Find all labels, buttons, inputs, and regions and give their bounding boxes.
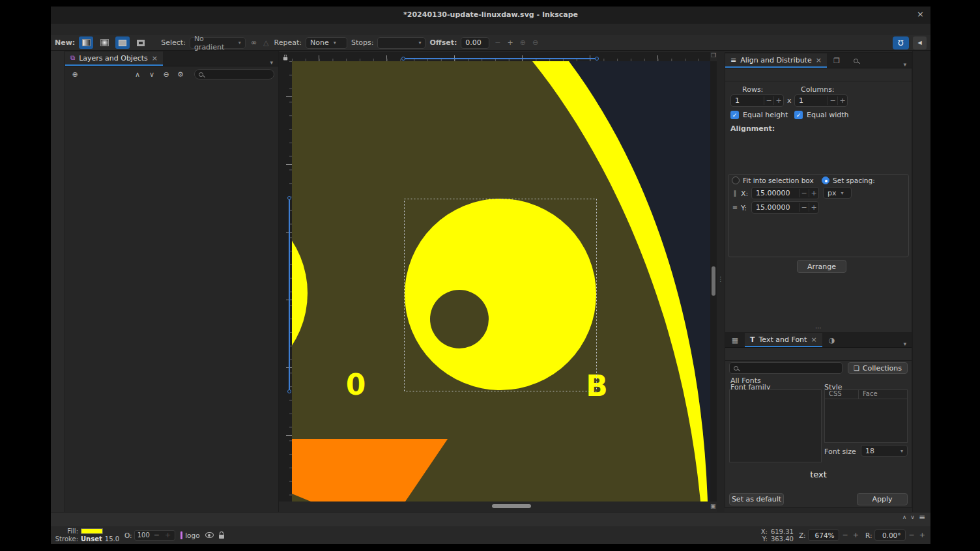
symbols-tab-icon[interactable]: ◑ bbox=[822, 333, 842, 347]
gradient-fill-button[interactable] bbox=[115, 36, 130, 49]
font-search[interactable] bbox=[729, 362, 843, 374]
fill-stroke-indicator[interactable]: Fill: Stroke: Unset 15.0 bbox=[55, 528, 119, 543]
tab-close-icon[interactable]: × bbox=[816, 56, 822, 64]
find-tab-icon[interactable] bbox=[846, 53, 866, 68]
offset-field[interactable]: 0.00 bbox=[461, 37, 489, 49]
tab-text-and-font[interactable]: T Text and Font × bbox=[745, 333, 822, 347]
equal-width-checkbox[interactable]: ✓ Equal width bbox=[794, 111, 849, 119]
layer-visibility-icon[interactable] bbox=[205, 532, 214, 538]
alignment-label: Alignment: bbox=[730, 124, 775, 133]
vertical-scrollbar[interactable] bbox=[710, 61, 717, 502]
palette-menu-icon[interactable]: ≡ bbox=[919, 513, 925, 522]
ruler-corner[interactable] bbox=[279, 52, 292, 61]
set-as-default-button[interactable]: Set as default bbox=[729, 493, 784, 505]
insert-stop-icon[interactable]: ⊕ bbox=[519, 38, 527, 47]
rotation-plus-button[interactable]: + bbox=[918, 531, 927, 539]
tab-layers-and-objects[interactable]: ⧉ Layers and Objects × bbox=[65, 51, 163, 66]
plus-button[interactable]: + bbox=[809, 203, 818, 212]
horizontal-scrollbar[interactable] bbox=[292, 503, 710, 509]
current-layer-indicator[interactable]: logo bbox=[180, 531, 199, 539]
plus-button[interactable]: + bbox=[809, 189, 818, 197]
x-spacing-spinner[interactable]: 15.00000 − + bbox=[751, 187, 819, 199]
tab-align-and-distribute[interactable]: ≡ Align and Distribute × bbox=[725, 53, 827, 68]
panel-splitter[interactable]: ⋯ bbox=[725, 327, 912, 331]
eye-right-shape[interactable] bbox=[405, 199, 596, 390]
link-gradients-icon[interactable]: ∞ bbox=[250, 38, 258, 47]
fit-selection-radio[interactable]: Fit into selection box bbox=[732, 177, 814, 184]
horizontal-ruler[interactable] bbox=[292, 52, 710, 61]
linear-gradient-button[interactable] bbox=[79, 36, 93, 49]
opacity-plus-button[interactable]: + bbox=[164, 531, 172, 539]
equal-height-checkbox[interactable]: ✓ Equal height bbox=[730, 111, 788, 119]
plus-button[interactable]: + bbox=[773, 96, 783, 105]
zoom-field[interactable]: 674% bbox=[808, 530, 839, 541]
fill-color-swatch[interactable] bbox=[81, 528, 103, 534]
font-search-input[interactable] bbox=[742, 365, 838, 372]
dock-splitter[interactable]: ⋮ bbox=[717, 51, 725, 512]
drawing[interactable]: 0 B bbox=[292, 61, 710, 502]
swatches-tab-icon[interactable]: ▦ bbox=[725, 333, 745, 347]
tab-close-icon[interactable]: × bbox=[811, 335, 816, 344]
y-label: Y: bbox=[741, 204, 747, 212]
layers-search-input[interactable] bbox=[207, 71, 270, 78]
unit-dropdown[interactable]: px ▾ bbox=[823, 187, 852, 199]
gradient-select-dropdown[interactable]: No gradient ▾ bbox=[190, 37, 246, 49]
font-size-dropdown[interactable]: 18 ▾ bbox=[861, 445, 908, 457]
eye-right-pupil[interactable] bbox=[430, 290, 489, 348]
minus-button[interactable]: − bbox=[799, 189, 809, 197]
opacity-field[interactable]: 100 − + bbox=[134, 530, 176, 541]
layer-lock-icon[interactable] bbox=[219, 535, 224, 539]
collections-button[interactable]: ❏ Collections bbox=[848, 362, 908, 374]
chevron-down-icon[interactable]: ▾ bbox=[265, 59, 278, 66]
gradient-fill-icon bbox=[119, 40, 126, 46]
horizontal-scrollbar-thumb[interactable] bbox=[492, 504, 531, 508]
value-label-0[interactable]: 0 bbox=[346, 368, 366, 401]
gradient-stroke-button[interactable] bbox=[134, 36, 148, 49]
rotation-minus-button[interactable]: − bbox=[908, 531, 916, 539]
rows-spinner[interactable]: 1 − + bbox=[730, 94, 784, 107]
palette-scroll-up-icon[interactable]: ∧ bbox=[902, 514, 907, 520]
zoom-label: Z: bbox=[799, 531, 806, 539]
x-value: 619.31 bbox=[771, 528, 794, 535]
minus-button[interactable]: − bbox=[799, 203, 809, 212]
plus-button[interactable]: + bbox=[837, 96, 847, 105]
columns-spinner[interactable]: 1 − + bbox=[794, 94, 848, 107]
layers-search[interactable] bbox=[194, 69, 274, 79]
canvas[interactable]: 0 B bbox=[292, 61, 710, 502]
layers-settings-icon[interactable]: ⚙ bbox=[175, 70, 186, 79]
chevron-down-icon[interactable]: ▾ bbox=[898, 341, 912, 347]
y-spacing-spinner[interactable]: 15.00000 − + bbox=[751, 201, 819, 214]
zoom-minus-button[interactable]: − bbox=[841, 531, 850, 539]
add-layer-icon[interactable]: ⊕ bbox=[69, 70, 81, 79]
minus-button[interactable]: − bbox=[828, 96, 837, 105]
vertical-scrollbar-thumb[interactable] bbox=[712, 266, 715, 296]
offset-plus-button[interactable]: + bbox=[506, 38, 515, 47]
snapbar-collapse-button[interactable]: ◀ bbox=[913, 36, 927, 49]
rotation-field[interactable]: 0.00° bbox=[874, 530, 906, 541]
collections-icon: ❏ bbox=[854, 365, 859, 372]
tab-close-icon[interactable]: × bbox=[152, 54, 158, 63]
snap-toggle-button[interactable]: Ω bbox=[893, 36, 909, 49]
delete-stop-icon[interactable]: ⊖ bbox=[531, 38, 540, 47]
objects-tab-icon[interactable]: ❐ bbox=[827, 53, 846, 68]
checkbox-checked-icon: ✓ bbox=[794, 111, 803, 119]
minus-button[interactable]: − bbox=[764, 96, 773, 105]
remove-layer-icon[interactable]: ⊖ bbox=[160, 70, 172, 79]
vertical-ruler[interactable] bbox=[279, 61, 292, 502]
align-icon: ≡ bbox=[730, 56, 736, 64]
arrange-button[interactable]: Arrange bbox=[797, 260, 846, 273]
stops-dropdown[interactable]: ▾ bbox=[377, 37, 425, 49]
opacity-minus-button[interactable]: − bbox=[152, 531, 161, 539]
zoom-plus-button[interactable]: + bbox=[852, 531, 860, 539]
radial-gradient-button[interactable] bbox=[97, 36, 111, 49]
move-down-icon[interactable]: ∨ bbox=[146, 70, 158, 79]
offset-minus-button[interactable]: − bbox=[493, 38, 502, 47]
set-spacing-radio[interactable]: Set spacing: bbox=[822, 177, 875, 184]
guides-lock-icon[interactable] bbox=[283, 57, 287, 60]
repeat-dropdown[interactable]: None ▾ bbox=[306, 37, 347, 49]
chevron-down-icon[interactable]: ▾ bbox=[898, 61, 912, 68]
move-up-icon[interactable]: ∧ bbox=[132, 70, 143, 79]
window-close-icon[interactable]: × bbox=[917, 9, 924, 19]
apply-button[interactable]: Apply bbox=[857, 493, 908, 505]
palette-scroll-down-icon[interactable]: ∨ bbox=[910, 514, 915, 520]
